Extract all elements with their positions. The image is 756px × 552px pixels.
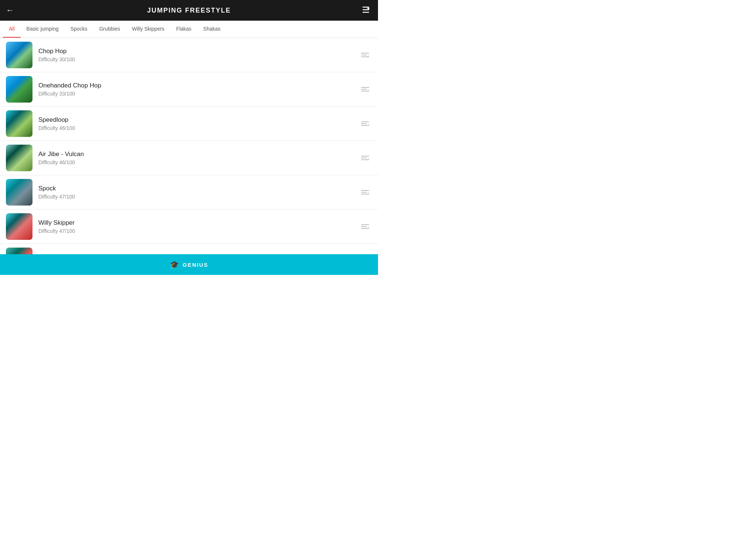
trick-info: Onehanded Chop Hop Difficulty 33/100: [38, 82, 358, 97]
trick-name: Onehanded Chop Hop: [38, 82, 358, 89]
trick-info: Speedloop Difficulty 46/100: [38, 116, 358, 131]
list-item[interactable]: Chop Hop Difficulty 30/100 ✓: [0, 38, 378, 72]
list-item[interactable]: Willy Skipper Difficulty 47/100 ✓: [0, 210, 378, 244]
trick-difficulty: Difficulty 30/100: [38, 56, 358, 62]
page-title: JUMPING FREESTYLE: [147, 7, 231, 14]
trick-name: Speedloop: [38, 116, 358, 124]
trick-name: Air Jibe - Vulcan: [38, 151, 358, 158]
trick-thumbnail: [6, 179, 32, 206]
trick-name: Willy Skipper: [38, 219, 358, 227]
tab-flakas[interactable]: Flakas: [170, 21, 197, 38]
trick-difficulty: Difficulty 46/100: [38, 159, 358, 165]
trick-thumbnail: [6, 110, 32, 137]
add-to-list-button[interactable]: ✓: [358, 118, 372, 129]
trick-name: Spock: [38, 185, 358, 192]
add-to-list-button[interactable]: ✓: [358, 50, 372, 60]
genius-label: GENIUS: [183, 262, 209, 268]
trick-info: Spock Difficulty 47/100: [38, 185, 358, 200]
list-item[interactable]: Onehanded Chop Hop Difficulty 33/100 ✓: [0, 72, 378, 107]
trick-info: Willy Skipper Difficulty 47/100: [38, 219, 358, 234]
list-item[interactable]: Onehanded Spock Difficulty 48/100 ✓: [0, 244, 378, 254]
tab-spocks[interactable]: Spocks: [65, 21, 93, 38]
add-to-list-button[interactable]: ✓: [358, 187, 372, 197]
back-button[interactable]: ←: [6, 6, 14, 15]
trick-difficulty: Difficulty 47/100: [38, 194, 358, 200]
list-item[interactable]: Speedloop Difficulty 46/100 ✓: [0, 107, 378, 141]
trick-thumbnail: [6, 76, 32, 103]
trick-thumbnail: [6, 145, 32, 171]
trick-thumbnail: [6, 248, 32, 254]
trick-name: Onehanded Spock: [38, 253, 358, 254]
graduation-cap-icon: 🎓: [170, 260, 179, 269]
trick-info: Chop Hop Difficulty 30/100: [38, 48, 358, 62]
list-star-icon: [362, 6, 372, 14]
tab-basic-jumping[interactable]: Basic jumping: [21, 21, 65, 38]
trick-difficulty: Difficulty 33/100: [38, 91, 358, 97]
add-to-list-button[interactable]: ✓: [358, 84, 372, 94]
tab-shakas[interactable]: Shakas: [197, 21, 227, 38]
svg-rect-2: [362, 12, 369, 13]
menu-button[interactable]: [362, 6, 372, 14]
list-item[interactable]: Air Jibe - Vulcan Difficulty 46/100 ✓: [0, 141, 378, 175]
trick-difficulty: Difficulty 47/100: [38, 228, 358, 234]
tab-grubbies[interactable]: Grubbies: [93, 21, 126, 38]
trick-info: Onehanded Spock Difficulty 48/100: [38, 253, 358, 254]
tab-all[interactable]: All: [3, 21, 21, 38]
genius-footer[interactable]: 🎓 GENIUS: [0, 254, 378, 275]
tricks-list: Chop Hop Difficulty 30/100 ✓ Onehanded C…: [0, 38, 378, 254]
list-item[interactable]: Spock Difficulty 47/100 ✓: [0, 175, 378, 210]
category-tabs: All Basic jumping Spocks Grubbies Willy …: [0, 21, 378, 38]
trick-thumbnail: [6, 42, 32, 68]
app-header: ← JUMPING FREESTYLE: [0, 0, 378, 21]
tab-willy-skippers[interactable]: Willy Skippers: [126, 21, 170, 38]
trick-info: Air Jibe - Vulcan Difficulty 46/100: [38, 151, 358, 165]
add-to-list-button[interactable]: ✓: [358, 221, 372, 232]
trick-name: Chop Hop: [38, 48, 358, 55]
add-to-list-button[interactable]: ✓: [358, 153, 372, 163]
trick-thumbnail: [6, 213, 32, 240]
trick-difficulty: Difficulty 46/100: [38, 125, 358, 131]
